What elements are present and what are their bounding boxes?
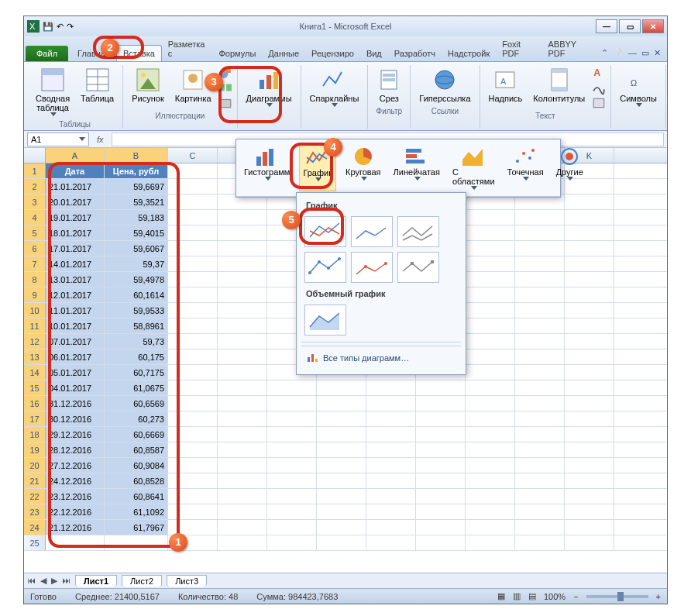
tab-insert[interactable]: Вставка xyxy=(116,45,162,61)
cell-C16[interactable] xyxy=(168,396,218,411)
clipart-button[interactable]: Картинка xyxy=(171,65,215,105)
cell-F17[interactable] xyxy=(317,411,366,426)
cell-D16[interactable] xyxy=(218,396,267,411)
row-8[interactable]: 8 xyxy=(24,272,46,287)
cell-B15[interactable]: 61,0675 xyxy=(105,380,168,395)
cell-A8[interactable]: 13.01.2017 xyxy=(46,272,105,287)
cell-I8[interactable] xyxy=(466,272,515,287)
cell-B5[interactable]: 59,4015 xyxy=(105,225,168,240)
row-5[interactable]: 5 xyxy=(24,225,46,240)
cell-C25[interactable] xyxy=(168,535,218,550)
cell-E17[interactable] xyxy=(267,411,317,426)
cell-B12[interactable]: 59,73 xyxy=(105,334,168,349)
textbox-button[interactable]: A Надпись xyxy=(485,65,527,105)
cell-K11[interactable] xyxy=(565,318,614,333)
cell-B18[interactable]: 60,6669 xyxy=(105,427,168,442)
cell-E20[interactable] xyxy=(267,458,317,473)
cell-D18[interactable] xyxy=(218,427,267,442)
cell-B8[interactable]: 59,4978 xyxy=(105,272,168,287)
tab-data[interactable]: Данные xyxy=(262,46,305,61)
cell-H23[interactable] xyxy=(416,504,466,519)
cell-K17[interactable] xyxy=(565,411,614,426)
cell-A16[interactable]: 31.12.2016 xyxy=(46,396,105,411)
chart-histogram[interactable]: Гистограмм xyxy=(241,144,293,191)
cell-I10[interactable] xyxy=(466,303,515,318)
cell-H25[interactable] xyxy=(416,535,466,550)
row-22[interactable]: 22 xyxy=(24,489,46,504)
cell-K16[interactable] xyxy=(565,396,614,411)
row-9[interactable]: 9 xyxy=(24,287,46,302)
charts-button[interactable]: Диаграммы xyxy=(242,65,296,109)
cell-G18[interactable] xyxy=(366,427,416,442)
cell-J9[interactable] xyxy=(515,287,565,302)
cell-J25[interactable] xyxy=(515,535,565,550)
chart-line[interactable]: График xyxy=(299,144,336,191)
cell-B17[interactable]: 60,273 xyxy=(105,411,168,426)
chart-bar[interactable]: Линейчатая xyxy=(390,144,443,191)
cell-E19[interactable] xyxy=(267,442,317,457)
cell-B1[interactable]: Цена, рубл xyxy=(105,163,168,178)
row-10[interactable]: 10 xyxy=(24,303,46,318)
select-all-corner[interactable] xyxy=(24,148,46,163)
row-21[interactable]: 21 xyxy=(24,473,46,488)
cell-D4[interactable] xyxy=(218,210,267,225)
line-3d[interactable] xyxy=(304,305,346,336)
cell-A12[interactable]: 07.01.2017 xyxy=(46,334,105,349)
cell-K20[interactable] xyxy=(565,458,614,473)
cell-C3[interactable] xyxy=(168,194,218,209)
cell-K19[interactable] xyxy=(565,442,614,457)
symbols-button[interactable]: Ω Символы xyxy=(616,65,661,109)
cell-K15[interactable] xyxy=(565,380,614,395)
cell-F24[interactable] xyxy=(317,520,366,535)
cell-D6[interactable] xyxy=(218,241,267,256)
cell-I6[interactable] xyxy=(466,241,515,256)
cell-E16[interactable] xyxy=(267,396,317,411)
cell-I5[interactable] xyxy=(466,225,515,240)
doc-close-icon[interactable]: ✕ xyxy=(654,48,661,58)
cell-H18[interactable] xyxy=(416,427,466,442)
cell-J23[interactable] xyxy=(515,504,565,519)
cell-A21[interactable]: 24.12.2016 xyxy=(46,473,105,488)
cell-I23[interactable] xyxy=(466,504,515,519)
signature-icon[interactable] xyxy=(592,81,606,95)
cell-K23[interactable] xyxy=(565,504,614,519)
cell-D5[interactable] xyxy=(218,225,267,240)
cell-K8[interactable] xyxy=(565,272,614,287)
cell-D17[interactable] xyxy=(218,411,267,426)
cell-E24[interactable] xyxy=(267,520,317,535)
sparklines-button[interactable]: Спарклайны xyxy=(306,65,363,109)
cell-F23[interactable] xyxy=(317,504,366,519)
cell-K21[interactable] xyxy=(565,473,614,488)
cell-J12[interactable] xyxy=(515,334,565,349)
cell-B6[interactable]: 59,6067 xyxy=(105,241,168,256)
sheet-1[interactable]: Лист1 xyxy=(75,575,117,587)
row-20[interactable]: 20 xyxy=(24,458,46,473)
cell-I20[interactable] xyxy=(466,458,515,473)
cell-J16[interactable] xyxy=(515,396,565,411)
cell-I11[interactable] xyxy=(466,318,515,333)
row-17[interactable]: 17 xyxy=(24,411,46,426)
cell-D10[interactable] xyxy=(218,303,267,318)
cell-G20[interactable] xyxy=(366,458,416,473)
slicer-button[interactable]: Срез xyxy=(373,65,405,105)
cell-E25[interactable] xyxy=(267,535,317,550)
cell-A9[interactable]: 12.01.2017 xyxy=(46,287,105,302)
cell-I24[interactable] xyxy=(466,520,515,535)
cell-H20[interactable] xyxy=(416,458,466,473)
sheet-3[interactable]: Лист3 xyxy=(167,575,207,587)
tab-layout[interactable]: Разметка с xyxy=(162,36,213,61)
cell-A10[interactable]: 11.01.2017 xyxy=(46,303,105,318)
cell-G21[interactable] xyxy=(366,473,416,488)
cell-I17[interactable] xyxy=(466,411,515,426)
pivot-table-button[interactable]: Сводная таблица xyxy=(32,65,74,119)
row-6[interactable]: 6 xyxy=(24,241,46,256)
cell-B7[interactable]: 59,37 xyxy=(105,256,168,271)
tab-file[interactable]: Файл xyxy=(26,46,68,61)
cell-F18[interactable] xyxy=(317,427,366,442)
col-C[interactable]: C xyxy=(168,148,218,163)
cell-B3[interactable]: 59,3521 xyxy=(105,194,168,209)
cell-C15[interactable] xyxy=(168,380,218,395)
cell-D23[interactable] xyxy=(218,504,267,519)
zoom-value[interactable]: 100% xyxy=(544,592,566,601)
cell-F19[interactable] xyxy=(317,442,366,457)
